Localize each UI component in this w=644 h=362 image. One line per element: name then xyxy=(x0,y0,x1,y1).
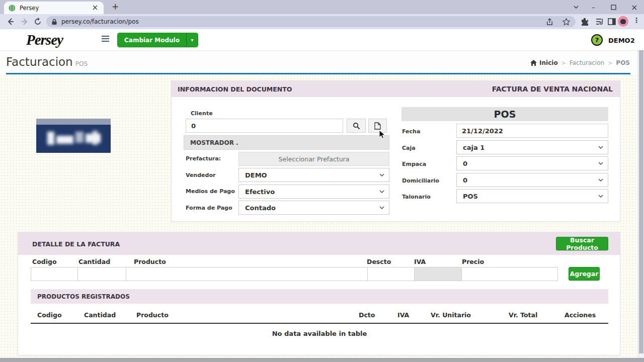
search-icon xyxy=(353,122,360,130)
current-user[interactable]: DEMO2 xyxy=(608,37,635,44)
vendedor-label: Vendedor xyxy=(186,172,215,178)
prod-col-vr-total: Vr. Total xyxy=(509,311,537,319)
mouse-cursor xyxy=(379,130,385,139)
profile-avatar[interactable] xyxy=(618,16,628,27)
browser-toolbar: persey.co/facturacion/pos ⋮ xyxy=(0,14,644,29)
detalle-col-codigo: Codigo xyxy=(32,258,57,265)
change-module-split-button: Cambiar Modulo ▾ xyxy=(117,33,198,47)
forward-icon[interactable] xyxy=(20,17,29,26)
iva-input xyxy=(414,267,462,281)
caja-select[interactable]: caja 1 xyxy=(456,140,608,154)
breadcrumb-separator: > xyxy=(608,60,612,66)
detalle-col-producto: Producto xyxy=(134,258,166,265)
page-title-suffix: POS xyxy=(75,60,88,67)
lock-icon xyxy=(51,19,57,25)
productos-table-header: Codigo Cantidad Producto Dcto IVA Vr. Un… xyxy=(31,306,608,324)
producto-input[interactable] xyxy=(126,267,368,281)
forma-pago-select[interactable]: Contado xyxy=(238,201,389,215)
detalle-col-cantidad: Cantidad xyxy=(78,258,110,265)
detalle-col-precio: Precio xyxy=(462,258,484,265)
buscar-producto-button[interactable]: Buscar Producto xyxy=(556,237,608,250)
detalle-header: DETALLE DE LA FACTURA Buscar Producto xyxy=(18,232,620,255)
empaca-label: Empaca xyxy=(402,161,426,167)
talonario-select[interactable]: POS xyxy=(456,189,608,203)
pos-panel-title: POS xyxy=(401,107,608,121)
back-icon[interactable] xyxy=(6,17,15,26)
home-icon xyxy=(530,60,537,66)
breadcrumb-facturacion[interactable]: Facturacion xyxy=(570,59,604,66)
help-icon[interactable]: ? xyxy=(591,34,603,46)
medios-pago-select[interactable]: Efectivo xyxy=(238,185,389,199)
reload-icon[interactable] xyxy=(33,17,42,26)
vertical-scrollbar[interactable] xyxy=(637,29,644,358)
empaca-select[interactable]: 0 xyxy=(456,156,608,170)
prod-col-producto: Producto xyxy=(136,311,169,319)
hamburger-menu-icon[interactable] xyxy=(102,36,109,43)
precio-input[interactable] xyxy=(461,267,558,281)
domiciliario-value: 0 xyxy=(463,176,467,184)
prod-col-codigo: Codigo xyxy=(37,311,62,319)
medios-pago-value: Efectivo xyxy=(245,188,275,196)
prefactura-label: Prefactura: xyxy=(186,155,221,162)
chevron-down-icon xyxy=(379,190,384,193)
change-module-caret-icon[interactable]: ▾ xyxy=(186,33,198,47)
app-header: Persey Cambiar Modulo ▾ ? DEMO2 xyxy=(0,29,644,50)
page-title: FacturacionPOS xyxy=(6,55,88,68)
cliente-input[interactable] xyxy=(186,119,343,133)
fecha-input[interactable] xyxy=(456,124,608,138)
window-chevron-icon[interactable] xyxy=(573,2,580,12)
browser-tab[interactable]: Persey × xyxy=(4,2,104,14)
window-close-button[interactable]: × xyxy=(631,2,637,12)
horizontal-scrollbar[interactable] xyxy=(0,358,644,362)
codigo-input[interactable] xyxy=(31,267,78,281)
page-title-text: Facturacion xyxy=(6,55,73,68)
caja-value: caja 1 xyxy=(463,144,485,151)
scrollbar-thumb[interactable] xyxy=(639,32,643,353)
browser-menu-icon[interactable]: ⋮ xyxy=(633,16,640,24)
breadcrumb-home[interactable]: Inicio xyxy=(530,59,558,66)
url-bar[interactable]: persey.co/facturacion/pos xyxy=(46,16,576,27)
avatar-face xyxy=(620,19,626,24)
chevron-down-icon xyxy=(598,146,603,149)
productos-title: PRODUCTOS REGISTRADOS xyxy=(37,293,130,300)
new-tab-button[interactable]: + xyxy=(112,2,119,12)
change-module-button[interactable]: Cambiar Modulo xyxy=(118,33,186,47)
favicon-icon xyxy=(9,5,16,12)
cliente-label: Cliente xyxy=(191,110,213,117)
prod-col-iva: IVA xyxy=(397,311,409,319)
main-content: INFORMACION DEL DOCUMENTO FACTURA DE VEN… xyxy=(0,74,644,358)
chevron-down-icon xyxy=(598,178,603,182)
chevron-down-icon xyxy=(598,162,603,165)
prefactura-button[interactable]: Seleccionar Prefactura xyxy=(238,152,389,166)
agregar-button[interactable]: Agregar xyxy=(569,267,600,281)
prod-col-acciones: Acciones xyxy=(565,311,596,319)
tab-close-icon[interactable]: × xyxy=(91,4,99,12)
extensions-icon[interactable] xyxy=(580,17,590,27)
persey-logo[interactable]: Persey xyxy=(26,32,63,48)
document-type-label: FACTURA DE VENTA NACIONAL xyxy=(492,85,613,93)
share-icon[interactable] xyxy=(545,18,554,26)
sidebar-icon[interactable] xyxy=(607,17,617,27)
search-client-button[interactable] xyxy=(347,119,366,133)
window-minimize-button[interactable]: – xyxy=(592,2,595,12)
page-title-bar: FacturacionPOS Inicio > Facturacion > PO… xyxy=(0,50,644,74)
productos-header: PRODUCTOS REGISTRADOS xyxy=(31,289,608,304)
reading-list-icon[interactable] xyxy=(595,17,605,27)
vendedor-select[interactable]: DEMO xyxy=(238,168,389,182)
chevron-down-icon xyxy=(379,206,384,209)
window-maximize-button[interactable] xyxy=(611,2,616,12)
talonario-label: Talonario xyxy=(402,194,431,200)
company-logo-image xyxy=(36,119,111,153)
medios-pago-label: Medios de Pago xyxy=(186,188,235,195)
descto-input[interactable] xyxy=(367,267,415,281)
breadcrumb: Inicio > Facturacion > POS xyxy=(530,59,630,66)
document-info-header: INFORMACION DEL DOCUMENTO FACTURA DE VEN… xyxy=(172,81,620,97)
detalle-title: DETALLE DE LA FACTURA xyxy=(32,240,120,248)
bookmark-star-icon[interactable] xyxy=(562,18,571,26)
invoice-detail-card: DETALLE DE LA FACTURA Buscar Producto Co… xyxy=(18,232,620,355)
prod-col-dcto: Dcto xyxy=(359,311,375,319)
cantidad-input[interactable] xyxy=(77,267,126,281)
domiciliario-select[interactable]: 0 xyxy=(456,173,608,187)
breadcrumb-label: Inicio xyxy=(539,59,558,66)
prod-col-cantidad: Cantidad xyxy=(84,311,116,319)
